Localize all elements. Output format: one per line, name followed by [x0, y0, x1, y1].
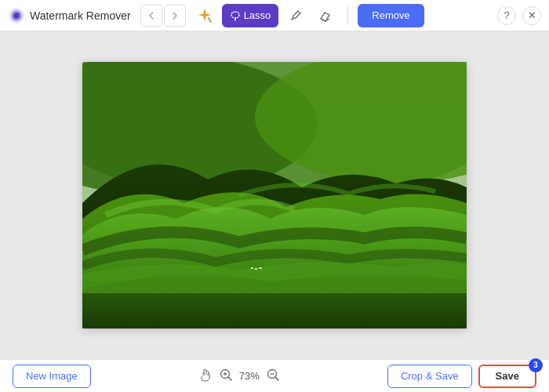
window-controls: ? ✕ — [497, 6, 541, 25]
svg-line-16 — [228, 377, 231, 380]
forward-button[interactable] — [164, 5, 186, 27]
app-logo — [8, 7, 25, 24]
save-badge: 3 — [529, 358, 543, 372]
wand-tool-button[interactable] — [192, 3, 217, 28]
main-content — [0, 31, 549, 359]
save-button-wrapper: 3 Save — [478, 365, 536, 388]
back-button[interactable] — [140, 5, 162, 27]
zoom-level: 73% — [239, 370, 260, 382]
help-button[interactable]: ? — [497, 6, 516, 25]
image-container[interactable] — [82, 62, 467, 328]
remove-button[interactable]: Remove — [358, 4, 424, 27]
zoom-in-icon[interactable] — [219, 368, 233, 385]
svg-point-4 — [231, 12, 239, 18]
svg-point-2 — [13, 13, 20, 19]
svg-line-3 — [209, 18, 211, 22]
toolbar-tools: Lasso Remove — [192, 3, 424, 28]
title-bar: Watermark Remover Lasso — [0, 0, 549, 31]
eraser-tool-button[interactable] — [313, 3, 338, 28]
nav-buttons — [140, 5, 186, 27]
save-button[interactable]: Save — [478, 365, 536, 388]
hand-icon[interactable] — [198, 368, 213, 385]
right-actions: Crop & Save 3 Save — [387, 365, 536, 388]
bottom-bar: New Image 73% Crop & Save — [0, 359, 549, 392]
svg-rect-10 — [251, 267, 253, 269]
app-title: Watermark Remover — [30, 9, 131, 22]
pen-tool-button[interactable] — [283, 3, 308, 28]
new-image-button[interactable]: New Image — [13, 365, 91, 388]
toolbar-divider — [347, 6, 348, 25]
lasso-tool-button[interactable]: Lasso — [222, 4, 279, 27]
zoom-out-icon[interactable] — [266, 368, 280, 385]
svg-rect-12 — [259, 267, 262, 269]
svg-rect-11 — [255, 268, 257, 270]
lasso-label: Lasso — [244, 9, 271, 21]
crop-save-button[interactable]: Crop & Save — [387, 365, 472, 388]
landscape-image — [82, 62, 467, 328]
close-button[interactable]: ✕ — [522, 6, 541, 25]
zoom-controls: 73% — [198, 368, 280, 385]
svg-line-19 — [275, 377, 278, 380]
